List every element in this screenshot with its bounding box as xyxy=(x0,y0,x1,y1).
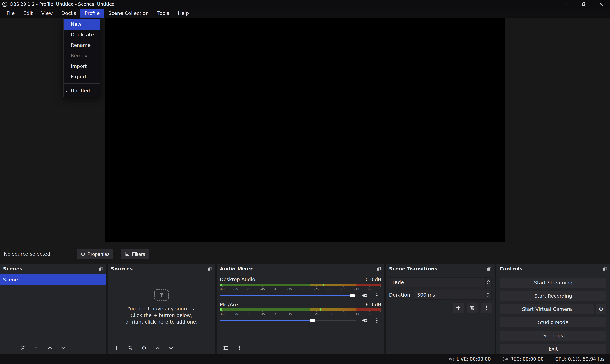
move-scene-down-button[interactable] xyxy=(59,344,68,352)
volume-slider-handle[interactable] xyxy=(350,294,355,297)
sources-dock: Sources ? You don't have any sources. Cl… xyxy=(108,263,215,354)
menubar: File Edit View Docks Profile Scene Colle… xyxy=(0,9,610,18)
menu-docks[interactable]: Docks xyxy=(57,9,81,18)
remove-transition-button[interactable] xyxy=(467,303,478,312)
meter-tick-label: -30 xyxy=(300,287,305,291)
scene-filters-button[interactable] xyxy=(32,344,41,352)
properties-button[interactable]: ⚙ Properties xyxy=(77,249,113,259)
sources-empty-state: ? You don't have any sources. Click the … xyxy=(108,289,215,325)
channel-level-db: -8.3 dB xyxy=(364,302,381,307)
profile-menu-duplicate[interactable]: Duplicate xyxy=(64,29,100,40)
profile-menu-remove: Remove xyxy=(64,51,100,61)
profile-menu-export[interactable]: Export xyxy=(64,71,100,82)
meter-tick-label: -60 xyxy=(220,312,225,316)
start-virtual-camera-button[interactable]: Start Virtual Camera xyxy=(500,304,594,314)
menu-tools[interactable]: Tools xyxy=(153,9,174,18)
preview-canvas[interactable] xyxy=(105,18,505,242)
meter-tick-label: -10 xyxy=(354,312,359,316)
meter-tick-label: -45 xyxy=(260,287,265,291)
menu-separator xyxy=(64,83,100,84)
channel-options-button[interactable] xyxy=(373,291,381,300)
controls-dock: Controls Start Streaming Start Recording… xyxy=(496,263,610,354)
profile-menu-import[interactable]: Import xyxy=(64,61,100,71)
meter-tick-label: -55 xyxy=(233,312,238,316)
scenes-dock-header: Scenes xyxy=(0,263,106,274)
check-icon: ✓ xyxy=(65,88,69,93)
meter-scale: -60-55-50-45-40-35-30-25-20-15-10-50 xyxy=(220,312,381,316)
meter-tick-label: -55 xyxy=(233,287,238,291)
menu-scene-collection[interactable]: Scene Collection xyxy=(104,9,153,18)
channel-options-button[interactable] xyxy=(373,316,381,325)
broadcast-icon xyxy=(449,356,454,362)
virtual-camera-settings-button[interactable]: ⚙ xyxy=(596,304,606,314)
source-properties-button[interactable]: ⚙ xyxy=(140,344,148,352)
mixer-channel-mic-aux: Mic/Aux -8.3 dB -60-55-50-45-40-35-30-25… xyxy=(220,302,381,324)
mute-button[interactable] xyxy=(360,291,369,300)
duration-spinbox[interactable]: 300 ms xyxy=(414,290,492,300)
settings-button[interactable]: Settings xyxy=(500,331,606,340)
profile-menu-rename[interactable]: Rename xyxy=(64,40,100,51)
menu-file[interactable]: File xyxy=(2,9,19,18)
menu-view[interactable]: View xyxy=(37,9,57,18)
mute-button[interactable] xyxy=(360,316,369,325)
volume-slider[interactable] xyxy=(220,320,356,321)
close-button[interactable] xyxy=(593,0,610,9)
channel-name: Desktop Audio xyxy=(220,277,255,282)
mixer-channel-desktop-audio: Desktop Audio 0.0 dB -60-55-50-45-40-35-… xyxy=(220,277,381,299)
menu-edit[interactable]: Edit xyxy=(19,9,37,18)
transition-options-button[interactable] xyxy=(481,303,492,312)
move-scene-up-button[interactable] xyxy=(45,344,54,352)
live-status: LIVE: 00:00:00 xyxy=(449,356,491,362)
spinbox-arrows-icon xyxy=(485,290,491,299)
volume-slider[interactable] xyxy=(220,295,356,296)
menu-profile[interactable]: Profile xyxy=(81,9,104,18)
move-source-down-button[interactable] xyxy=(167,344,176,352)
popout-icon[interactable] xyxy=(207,266,212,271)
profile-menu-untitled[interactable]: ✓ Untitled xyxy=(64,85,100,96)
profile-menu-new[interactable]: New xyxy=(64,19,100,29)
mixer-channels: Desktop Audio 0.0 dB -60-55-50-45-40-35-… xyxy=(217,274,384,342)
start-recording-button[interactable]: Start Recording xyxy=(500,291,606,301)
filter-icon xyxy=(125,251,130,257)
sources-list[interactable]: ? You don't have any sources. Click the … xyxy=(108,274,215,342)
remove-scene-button[interactable] xyxy=(18,344,27,352)
studio-mode-button[interactable]: Studio Mode xyxy=(500,317,606,327)
meter-tick-label: -35 xyxy=(287,312,292,316)
window-controls xyxy=(557,0,610,9)
add-source-button[interactable] xyxy=(112,344,121,352)
exit-button[interactable]: Exit xyxy=(500,344,606,354)
transition-select[interactable]: Fade xyxy=(389,277,492,287)
meter-tick-label: -15 xyxy=(341,312,346,316)
move-source-up-button[interactable] xyxy=(153,344,162,352)
popout-icon[interactable] xyxy=(98,266,103,271)
menu-help[interactable]: Help xyxy=(174,9,193,18)
meter-tick-label: -60 xyxy=(220,287,225,291)
meter-tick-label: -20 xyxy=(327,287,332,291)
remove-source-button[interactable] xyxy=(126,344,135,352)
scene-list-item[interactable]: Scene xyxy=(0,274,106,286)
volume-slider-handle[interactable] xyxy=(310,319,315,322)
gear-icon: ⚙ xyxy=(142,345,147,351)
meter-tick-label: -20 xyxy=(327,312,332,316)
meter-tick-label: -40 xyxy=(274,287,278,291)
no-source-label: No source selected xyxy=(4,251,50,257)
mixer-options-button[interactable] xyxy=(235,344,244,352)
restore-button[interactable] xyxy=(575,0,593,9)
popout-icon[interactable] xyxy=(487,266,492,271)
meter-tick-label: -30 xyxy=(300,312,305,316)
gear-icon: ⚙ xyxy=(598,307,603,312)
obs-window: OBS 29.1.2 - Profile: Untitled - Scenes:… xyxy=(0,0,610,364)
popout-icon[interactable] xyxy=(376,266,381,271)
transitions-body: Fade Duration 300 ms xyxy=(386,274,495,354)
minimize-button[interactable] xyxy=(557,0,575,9)
filters-button[interactable]: Filters xyxy=(121,249,149,259)
popout-icon[interactable] xyxy=(602,266,607,271)
advanced-audio-properties-button[interactable] xyxy=(221,344,230,352)
profile-dropdown-menu: New Duplicate Rename Remove Import Expor… xyxy=(63,18,100,97)
add-scene-button[interactable] xyxy=(5,344,13,352)
statusbar: LIVE: 00:00:00 REC: 00:00:00 CPU: 0.1%, … xyxy=(0,354,610,364)
start-streaming-button[interactable]: Start Streaming xyxy=(500,278,606,288)
add-transition-button[interactable] xyxy=(453,303,464,312)
meter-tick-label: -50 xyxy=(247,287,252,291)
transitions-dock-header: Scene Transitions xyxy=(386,263,495,274)
